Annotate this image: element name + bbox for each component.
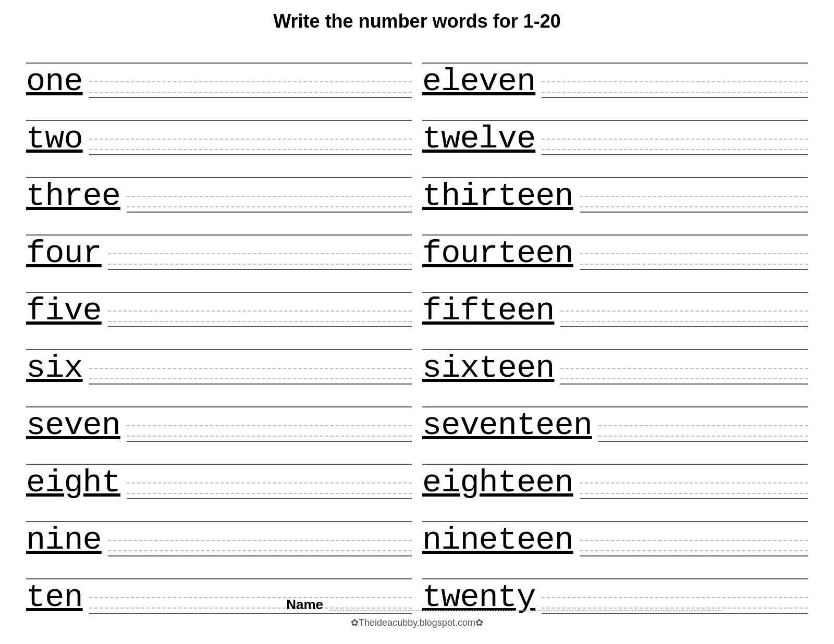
list-item: eighteen [422,443,808,499]
number-word-sixteen: sixteen [422,352,554,385]
list-item: six [26,328,412,385]
writing-section[interactable] [108,540,412,556]
writing-section[interactable] [127,482,412,499]
attribution: ✿Theideacubby.blogspot.com✿ [351,617,483,628]
page: Write the number words for 1-20 onetwoth… [0,0,834,644]
number-word-twelve: twelve [422,123,535,155]
list-item: two [26,99,412,155]
content-area: onetwothreefourfivesixseveneightnineten … [21,42,813,615]
list-item: seventeen [422,386,808,442]
writing-section[interactable] [542,81,808,98]
writing-section[interactable] [598,425,808,442]
writing-section[interactable] [89,81,412,98]
writing-section[interactable] [108,253,412,270]
number-word-eleven: eleven [422,66,535,98]
name-row: Name [286,597,722,613]
list-item: nineteen [422,500,808,556]
name-label: Name [286,597,323,613]
footer: Name ✿Theideacubby.blogspot.com✿ [0,597,834,628]
number-word-seven: seven [26,410,120,442]
number-word-three: three [26,180,120,213]
number-word-four: four [26,238,102,270]
number-word-eight: eight [26,467,120,499]
list-item: one [26,42,412,98]
name-line[interactable] [329,610,722,611]
number-word-nine: nine [26,524,102,556]
left-column: onetwothreefourfivesixseveneightnineten [21,42,417,615]
number-word-five: five [26,295,102,327]
list-item: fifteen [422,271,808,327]
list-item: twelve [422,99,808,155]
number-word-fourteen: fourteen [422,238,573,270]
list-item: eleven [422,42,808,98]
writing-section[interactable] [560,368,808,385]
number-word-thirteen: thirteen [422,180,573,213]
page-title: Write the number words for 1-20 [21,10,813,32]
writing-section[interactable] [580,482,808,499]
writing-section[interactable] [580,253,808,270]
list-item: eight [26,443,412,499]
list-item: nine [26,500,412,556]
writing-section[interactable] [580,540,808,556]
writing-section[interactable] [127,425,412,442]
writing-section[interactable] [108,311,412,327]
list-item: seven [26,386,412,442]
writing-section[interactable] [127,196,412,213]
number-word-eighteen: eighteen [422,467,573,499]
list-item: sixteen [422,328,808,385]
list-item: thirteen [422,156,808,213]
number-word-one: one [26,66,83,98]
number-word-six: six [26,352,83,385]
list-item: fourteen [422,214,808,270]
writing-section[interactable] [89,139,412,155]
list-item: five [26,271,412,327]
number-word-seventeen: seventeen [422,410,592,442]
right-column: eleventwelvethirteenfourteenfifteensixte… [417,42,813,615]
writing-section[interactable] [542,139,808,155]
list-item: three [26,156,412,213]
number-word-fifteen: fifteen [422,295,554,327]
writing-section[interactable] [580,196,808,213]
writing-section[interactable] [560,311,808,327]
number-word-nineteen: nineteen [422,524,573,556]
writing-section[interactable] [89,368,412,385]
list-item: four [26,214,412,270]
number-word-two: two [26,123,83,155]
